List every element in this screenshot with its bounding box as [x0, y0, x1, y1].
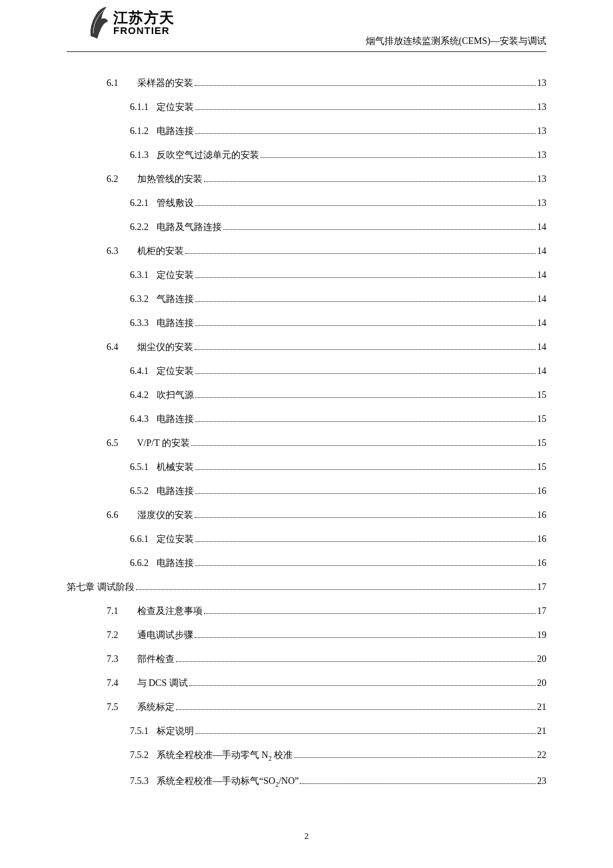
toc-page: 16 — [537, 535, 546, 544]
toc-number: 6.1.1 — [130, 103, 149, 112]
toc-page: 19 — [537, 631, 546, 640]
toc-number: 7.5.3 — [130, 777, 149, 786]
toc-entry: 6.2.2电路及气路连接14 — [67, 223, 546, 232]
toc-label: 电路连接 — [157, 559, 194, 568]
page-number: 2 — [0, 831, 613, 841]
toc-entry: 6.1.3反吹空气过滤单元的安装13 — [67, 151, 546, 160]
toc-entry: 6.6湿度仪的安装16 — [67, 511, 546, 520]
toc-leader-dots — [195, 733, 536, 734]
toc-label: 电路连接 — [157, 487, 194, 496]
toc-leader-dots — [195, 277, 536, 278]
toc-entry: 7.4与 DCS 调试20 — [67, 679, 546, 688]
toc-entry: 6.1.1定位安装13 — [67, 103, 546, 112]
toc-page: 22 — [537, 751, 546, 760]
toc-page: 14 — [537, 319, 546, 328]
toc-label: 吹扫气源 — [157, 391, 194, 400]
page-header: 江苏方天 FRONTIER 烟气排放连续监测系统(CEMS)—安装与调试 — [67, 0, 546, 52]
toc-page: 20 — [537, 679, 546, 688]
toc-leader-dots — [261, 157, 536, 158]
toc-page: 17 — [537, 583, 546, 592]
toc-leader-dots — [300, 783, 536, 784]
toc-label: 定位安装 — [157, 271, 194, 280]
toc-leader-dots — [136, 589, 536, 590]
toc-number: 7.2 — [107, 631, 119, 640]
toc-label: 烟尘仪的安装 — [137, 343, 193, 352]
toc-number: 6.3.1 — [130, 271, 149, 280]
toc-page: 14 — [537, 295, 546, 304]
toc-label: 电路连接 — [157, 127, 194, 136]
toc-label: 管线敷设 — [157, 199, 194, 208]
toc-label: 机柜的安装 — [137, 247, 184, 256]
toc-label: 部件检查 — [137, 655, 175, 664]
toc-entry: 6.3.3电路连接14 — [67, 319, 546, 328]
toc-page: 15 — [537, 391, 546, 400]
toc-number: 第七章 — [67, 583, 95, 592]
toc-number: 6.3.3 — [130, 319, 149, 328]
toc-page: 14 — [537, 343, 546, 352]
toc-leader-dots — [176, 661, 536, 662]
toc-label: 电路连接 — [157, 319, 194, 328]
toc-entry: 7.1检查及注意事项17 — [67, 607, 546, 616]
toc-number: 6.4.3 — [130, 415, 149, 424]
toc-entry: 6.6.1定位安装16 — [67, 535, 546, 544]
toc-label: 通电调试步骤 — [137, 631, 193, 640]
toc-number: 7.5.1 — [130, 727, 149, 736]
toc-leader-dots — [195, 109, 536, 110]
logo-text-cn: 江苏方天 — [113, 11, 175, 25]
toc-label: 标定说明 — [157, 727, 194, 736]
toc-leader-dots — [185, 253, 536, 254]
toc-leader-dots — [204, 181, 536, 182]
toc-number: 6.6.1 — [130, 535, 149, 544]
toc-label: 检查及注意事项 — [137, 607, 203, 616]
toc-label: 加热管线的安装 — [137, 175, 203, 184]
toc-entry: 6.3.2气路连接14 — [67, 295, 546, 304]
toc-leader-dots — [176, 709, 536, 710]
toc-page: 13 — [537, 175, 546, 184]
toc-label: 与 DCS 调试 — [137, 679, 188, 688]
logo-text-en: FRONTIER — [113, 25, 175, 35]
toc-number: 7.1 — [107, 607, 119, 616]
company-logo: 江苏方天 FRONTIER — [87, 5, 175, 40]
toc-leader-dots — [195, 637, 536, 638]
toc-leader-dots — [195, 133, 536, 134]
toc-leader-dots — [191, 445, 536, 446]
toc-leader-dots — [195, 373, 536, 374]
toc-page: 13 — [537, 199, 546, 208]
toc-leader-dots — [195, 205, 536, 206]
toc-page: 13 — [537, 151, 546, 160]
toc-leader-dots — [195, 397, 536, 398]
toc-content: 6.1采样器的安装136.1.1定位安装136.1.2电路连接136.1.3反吹… — [0, 52, 613, 788]
toc-label: 系统全程校准—手动标气“SO2/NO” — [157, 777, 299, 788]
toc-entry: 7.2通电调试步骤19 — [67, 631, 546, 640]
toc-number: 6.1 — [107, 79, 119, 88]
toc-page: 15 — [537, 463, 546, 472]
toc-label: 湿度仪的安装 — [137, 511, 193, 520]
toc-leader-dots — [195, 301, 536, 302]
toc-entry: 6.2加热管线的安装13 — [67, 175, 546, 184]
toc-number: 7.4 — [107, 679, 119, 688]
toc-page: 14 — [537, 271, 546, 280]
toc-page: 13 — [537, 127, 546, 136]
toc-entry: 6.3机柜的安装14 — [67, 247, 546, 256]
toc-label: 定位安装 — [157, 103, 194, 112]
toc-page: 16 — [537, 487, 546, 496]
toc-entry: 6.5.1机械安装15 — [67, 463, 546, 472]
toc-number: 6.6 — [107, 511, 119, 520]
toc-label: 电路及气路连接 — [157, 223, 222, 232]
toc-leader-dots — [189, 685, 536, 686]
toc-entry: 6.2.1管线敷设13 — [67, 199, 546, 208]
toc-label: 机械安装 — [157, 463, 194, 472]
toc-number: 6.3 — [107, 247, 119, 256]
toc-number: 6.2.1 — [130, 199, 149, 208]
toc-number: 6.4 — [107, 343, 119, 352]
toc-number: 6.3.2 — [130, 295, 149, 304]
toc-number: 6.1.2 — [130, 127, 149, 136]
toc-label: V/P/T 的安装 — [137, 439, 190, 448]
toc-number: 6.5 — [107, 439, 119, 448]
toc-entry: 6.4.2吹扫气源15 — [67, 391, 546, 400]
toc-page: 14 — [537, 223, 546, 232]
toc-page: 21 — [537, 727, 546, 736]
toc-label: 气路连接 — [157, 295, 194, 304]
toc-label: 定位安装 — [157, 535, 194, 544]
toc-page: 16 — [537, 559, 546, 568]
